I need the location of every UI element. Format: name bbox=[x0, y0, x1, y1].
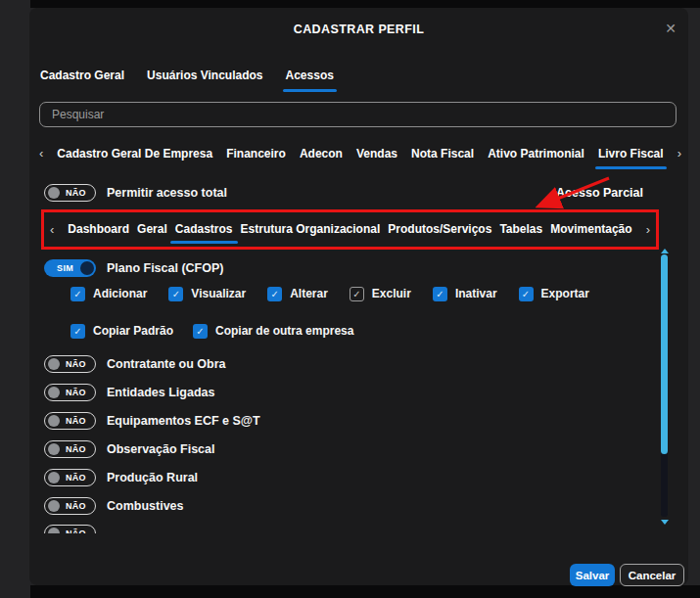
equipamentos-ecf-sat-row: NÃO Equipamentos ECF e S@T bbox=[44, 412, 656, 430]
excluir-checkbox[interactable]: ✓ bbox=[350, 287, 364, 301]
toggle-knob bbox=[48, 415, 60, 427]
checkbox-item-inativar: ✓ Inativar bbox=[433, 287, 497, 301]
contratante-ou-obra-toggle[interactable]: NÃO bbox=[44, 355, 96, 373]
copiar-outra-empresa-checkbox[interactable]: ✓ bbox=[193, 324, 208, 339]
permit-total-toggle[interactable]: NÃO bbox=[44, 184, 96, 202]
permissions-scroll-area: SIM Plano Fiscal (CFOP) ✓ Adicionar ✓ Vi… bbox=[29, 253, 656, 533]
toggle-knob bbox=[48, 528, 60, 533]
observacao-fiscal-toggle[interactable]: NÃO bbox=[44, 440, 96, 458]
section-tab-dashboard[interactable]: Dashboard bbox=[68, 213, 129, 246]
section-tab-tabelas[interactable]: Tabelas bbox=[499, 213, 542, 246]
adicionar-checkbox[interactable]: ✓ bbox=[70, 287, 85, 301]
toggle-state-label: NÃO bbox=[66, 444, 86, 454]
equipamentos-ecf-sat-toggle[interactable]: NÃO bbox=[44, 412, 96, 430]
combustives-row: NÃO Combustives bbox=[44, 497, 656, 515]
clipped-toggle[interactable]: NÃO bbox=[44, 525, 96, 533]
checkbox-label: Excluir bbox=[372, 287, 411, 300]
section-tab-geral[interactable]: Geral bbox=[137, 213, 167, 246]
scroll-down-icon[interactable] bbox=[661, 520, 669, 525]
dialog-title: CADASTRAR PERFIL bbox=[29, 23, 688, 36]
permit-total-label: Permitir acesso total bbox=[107, 186, 227, 200]
tab-acessos[interactable]: Acessos bbox=[286, 69, 334, 89]
toggle-knob bbox=[48, 443, 60, 455]
module-tab-cadastro-geral-de-empresa[interactable]: Cadastro Geral De Empresa bbox=[57, 147, 212, 169]
section-tab-produtos-servicos[interactable]: Produtos/Serviços bbox=[388, 213, 491, 246]
checkbox-item-alterar: ✓ Alterar bbox=[267, 287, 328, 301]
scrollbar-thumb[interactable] bbox=[661, 254, 668, 454]
module-tab-vendas[interactable]: Vendas bbox=[356, 147, 397, 169]
checkbox-label: Exportar bbox=[541, 287, 589, 300]
save-button[interactable]: Salvar bbox=[570, 564, 615, 586]
copiar-padrao-checkbox[interactable]: ✓ bbox=[70, 324, 85, 339]
checkbox-item-copiar-outra-empresa: ✓ Copiar de outra empresa bbox=[193, 324, 353, 339]
permission-label: Entidades Ligadas bbox=[107, 386, 214, 399]
toggle-state-label: NÃO bbox=[66, 359, 86, 369]
checkbox-label: Copiar Padrão bbox=[93, 324, 173, 338]
module-tab-financeiro[interactable]: Financeiro bbox=[226, 147, 286, 169]
module-tab-nota-fiscal[interactable]: Nota Fiscal bbox=[411, 147, 474, 169]
plano-fiscal-toggle[interactable]: SIM bbox=[44, 259, 96, 277]
checkbox-label: Alterar bbox=[290, 287, 328, 300]
inativar-checkbox[interactable]: ✓ bbox=[433, 287, 447, 301]
permission-label: Combustives bbox=[107, 499, 184, 513]
alterar-checkbox[interactable]: ✓ bbox=[267, 287, 282, 301]
checkbox-item-visualizar: ✓ Visualizar bbox=[168, 287, 246, 301]
main-tab-bar: Cadastro Geral Usuários Vinculados Acess… bbox=[40, 69, 334, 89]
module-tab-strip: ‹ Cadastro Geral De Empresa Financeiro A… bbox=[37, 147, 683, 169]
chevron-right-icon[interactable]: › bbox=[644, 223, 652, 237]
permission-label: Contratante ou Obra bbox=[107, 357, 226, 371]
entidades-ligadas-toggle[interactable]: NÃO bbox=[44, 384, 96, 401]
producao-rural-row: NÃO Produção Rural bbox=[44, 469, 656, 486]
producao-rural-toggle[interactable]: NÃO bbox=[44, 469, 96, 486]
top-black-bar bbox=[30, 0, 700, 8]
toggle-state-label: NÃO bbox=[66, 529, 86, 533]
chevron-left-icon[interactable]: ‹ bbox=[48, 223, 56, 237]
checkbox-item-adicionar: ✓ Adicionar bbox=[70, 287, 147, 301]
contratante-ou-obra-row: NÃO Contratante ou Obra bbox=[44, 355, 656, 373]
copy-checkbox-row: ✓ Copiar Padrão ✓ Copiar de outra empres… bbox=[70, 323, 656, 339]
combustives-toggle[interactable]: NÃO bbox=[44, 497, 96, 515]
module-tab-adecon[interactable]: Adecon bbox=[300, 147, 343, 169]
section-tab-strip: ‹ Dashboard Geral Cadastros Estrutura Or… bbox=[44, 212, 656, 247]
bottom-black-bar bbox=[30, 585, 700, 598]
chevron-right-icon[interactable]: › bbox=[676, 147, 683, 161]
toggle-knob bbox=[48, 358, 60, 370]
tab-cadastro-geral[interactable]: Cadastro Geral bbox=[40, 69, 124, 89]
toggle-state-label: NÃO bbox=[66, 473, 86, 483]
section-tabs: Dashboard Geral Cadastros Estrutura Orga… bbox=[56, 212, 643, 247]
section-tab-estrutura-organizacional[interactable]: Estrutura Organizacional bbox=[241, 213, 381, 246]
toggle-knob bbox=[48, 472, 60, 483]
cancel-button[interactable]: Cancelar bbox=[620, 564, 684, 586]
checkbox-label: Copiar de outra empresa bbox=[215, 324, 353, 338]
exportar-checkbox[interactable]: ✓ bbox=[519, 287, 534, 301]
clipped-permission-row: NÃO bbox=[44, 525, 656, 533]
annotation-highlight-box: ‹ Dashboard Geral Cadastros Estrutura Or… bbox=[41, 209, 659, 250]
checkbox-label: Visualizar bbox=[191, 287, 246, 300]
acesso-parcial-label: Acesso Parcial bbox=[556, 186, 643, 200]
module-tab-ativo-patrimonial[interactable]: Ativo Patrimonial bbox=[488, 147, 584, 169]
toggle-knob bbox=[48, 387, 60, 398]
visualizar-checkbox[interactable]: ✓ bbox=[168, 287, 183, 301]
chevron-left-icon[interactable]: ‹ bbox=[37, 147, 45, 161]
toggle-knob bbox=[48, 500, 60, 512]
permission-label: Observação Fiscal bbox=[107, 442, 214, 456]
toggle-state-label: NÃO bbox=[66, 416, 86, 426]
tab-usuarios-vinculados[interactable]: Usuários Vinculados bbox=[147, 69, 262, 89]
section-tab-movimentacao[interactable]: Movimentação bbox=[550, 213, 631, 246]
entidades-ligadas-row: NÃO Entidades Ligadas bbox=[44, 384, 656, 401]
actions-checkbox-row: ✓ Adicionar ✓ Visualizar ✓ Alterar ✓ Exc… bbox=[70, 286, 656, 301]
module-tab-livro-fiscal[interactable]: Livro Fiscal bbox=[598, 147, 664, 169]
checkbox-item-excluir: ✓ Excluir bbox=[350, 287, 411, 301]
scroll-up-icon[interactable] bbox=[661, 249, 669, 253]
checkbox-label: Adicionar bbox=[93, 287, 147, 300]
toggle-state-label: SIM bbox=[57, 263, 73, 273]
plano-fiscal-row: SIM Plano Fiscal (CFOP) bbox=[44, 259, 656, 277]
observacao-fiscal-row: NÃO Observação Fiscal bbox=[44, 440, 656, 458]
close-icon[interactable]: ✕ bbox=[665, 22, 677, 35]
checkbox-item-copiar-padrao: ✓ Copiar Padrão bbox=[70, 324, 173, 339]
section-tab-cadastros[interactable]: Cadastros bbox=[175, 213, 233, 246]
permission-label: Equipamentos ECF e S@T bbox=[107, 414, 260, 428]
search-input[interactable] bbox=[39, 102, 677, 127]
toggle-state-label: NÃO bbox=[66, 188, 86, 198]
toggle-knob bbox=[48, 187, 60, 199]
